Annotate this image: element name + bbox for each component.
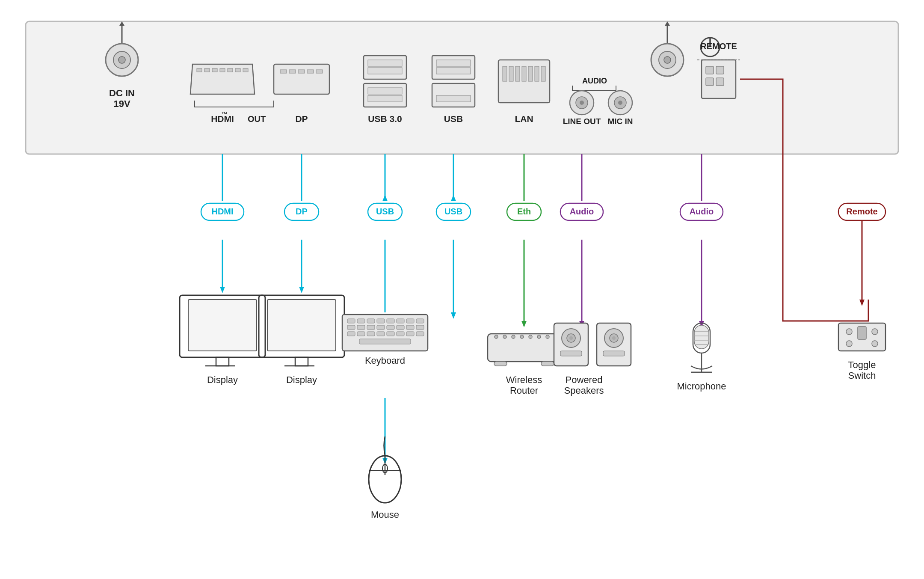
svg-rect-23 <box>298 70 305 73</box>
svg-rect-116 <box>347 319 355 323</box>
svg-rect-70 <box>706 78 714 86</box>
svg-point-159 <box>569 336 573 340</box>
svg-text:AUDIO: AUDIO <box>582 77 607 85</box>
svg-rect-133 <box>357 332 365 336</box>
svg-text:LINE OUT: LINE OUT <box>563 117 601 126</box>
svg-text:USB: USB <box>444 114 463 124</box>
svg-rect-69 <box>716 66 724 74</box>
svg-rect-136 <box>387 332 394 336</box>
svg-rect-48 <box>541 66 545 81</box>
svg-point-164 <box>612 336 616 340</box>
label-eth: Eth <box>517 207 531 216</box>
svg-point-146 <box>495 335 498 338</box>
svg-rect-127 <box>377 325 385 330</box>
svg-rect-137 <box>397 332 404 336</box>
svg-rect-35 <box>436 60 471 66</box>
svg-rect-15 <box>235 68 240 72</box>
svg-point-6 <box>118 56 125 63</box>
svg-rect-124 <box>347 325 355 330</box>
svg-rect-108 <box>188 300 257 351</box>
device-mouse: Mouse <box>371 509 399 520</box>
svg-rect-138 <box>406 332 414 336</box>
svg-text:OUT: OUT <box>248 114 266 124</box>
svg-rect-71 <box>716 78 724 86</box>
svg-rect-129 <box>397 325 404 330</box>
svg-rect-145 <box>488 334 560 362</box>
svg-rect-167 <box>694 325 709 349</box>
svg-point-148 <box>512 335 515 338</box>
device-powered-speakers-2: Speakers <box>564 385 604 396</box>
svg-rect-45 <box>522 66 526 81</box>
svg-point-177 <box>872 329 878 335</box>
svg-rect-112 <box>267 300 336 351</box>
label-usb2: USB <box>444 207 462 216</box>
svg-rect-21 <box>280 70 287 73</box>
label-audio1: Audio <box>570 207 594 216</box>
label-remote: Remote <box>846 207 877 216</box>
svg-rect-20 <box>274 64 329 94</box>
svg-point-179 <box>872 341 878 347</box>
svg-rect-134 <box>367 332 375 336</box>
svg-rect-68 <box>706 66 714 74</box>
svg-point-53 <box>580 101 584 105</box>
svg-rect-121 <box>397 319 404 323</box>
svg-rect-123 <box>416 319 424 323</box>
svg-point-57 <box>618 101 622 105</box>
svg-text:MIC IN: MIC IN <box>607 117 633 126</box>
svg-rect-130 <box>406 325 414 330</box>
label-audio2: Audio <box>690 207 714 216</box>
svg-rect-32 <box>368 95 402 102</box>
svg-rect-29 <box>368 68 402 74</box>
svg-text:19V: 19V <box>113 98 130 109</box>
label-usb1: USB <box>376 207 394 216</box>
svg-rect-47 <box>535 66 539 81</box>
label-dp: DP <box>296 207 308 216</box>
svg-rect-117 <box>357 319 365 323</box>
svg-rect-12 <box>212 68 217 72</box>
svg-rect-36 <box>436 68 471 74</box>
svg-point-176 <box>846 329 852 335</box>
svg-rect-140 <box>359 339 411 344</box>
label-hdmi: HDMI <box>211 207 233 216</box>
svg-rect-165 <box>603 351 625 356</box>
svg-text:DC IN: DC IN <box>109 88 135 98</box>
svg-rect-14 <box>228 68 233 72</box>
svg-rect-16 <box>243 68 248 72</box>
svg-text:™: ™ <box>221 110 227 117</box>
svg-point-63 <box>664 56 671 63</box>
svg-rect-119 <box>377 319 385 323</box>
svg-rect-126 <box>367 325 375 330</box>
svg-rect-24 <box>307 70 314 73</box>
svg-point-149 <box>520 335 524 338</box>
svg-rect-180 <box>858 327 866 339</box>
svg-rect-122 <box>406 319 414 323</box>
device-display2: Display <box>286 374 317 385</box>
svg-rect-31 <box>368 88 402 94</box>
device-toggle-switch-2: Switch <box>848 370 876 381</box>
svg-point-147 <box>503 335 506 338</box>
svg-rect-155 <box>541 362 554 366</box>
svg-rect-42 <box>503 66 507 81</box>
svg-text:USB 3.0: USB 3.0 <box>368 114 402 124</box>
svg-point-178 <box>846 341 852 347</box>
svg-rect-28 <box>368 60 402 66</box>
svg-point-151 <box>537 335 541 338</box>
svg-rect-154 <box>494 362 507 366</box>
svg-rect-46 <box>528 66 533 81</box>
svg-rect-13 <box>220 68 225 72</box>
svg-rect-125 <box>357 325 365 330</box>
svg-rect-139 <box>416 332 424 336</box>
svg-text:DP: DP <box>295 114 308 124</box>
svg-rect-43 <box>509 66 513 81</box>
svg-text:REMOTE: REMOTE <box>700 42 737 51</box>
svg-text:LAN: LAN <box>515 114 533 124</box>
device-wireless-router-2: Router <box>510 385 538 396</box>
device-keyboard: Keyboard <box>365 355 405 366</box>
svg-rect-120 <box>387 319 394 323</box>
device-microphone: Microphone <box>677 381 726 392</box>
svg-rect-11 <box>204 68 210 72</box>
device-toggle-switch: Toggle <box>848 359 876 370</box>
svg-rect-39 <box>436 95 471 102</box>
svg-point-152 <box>546 335 549 338</box>
svg-rect-25 <box>316 70 323 73</box>
